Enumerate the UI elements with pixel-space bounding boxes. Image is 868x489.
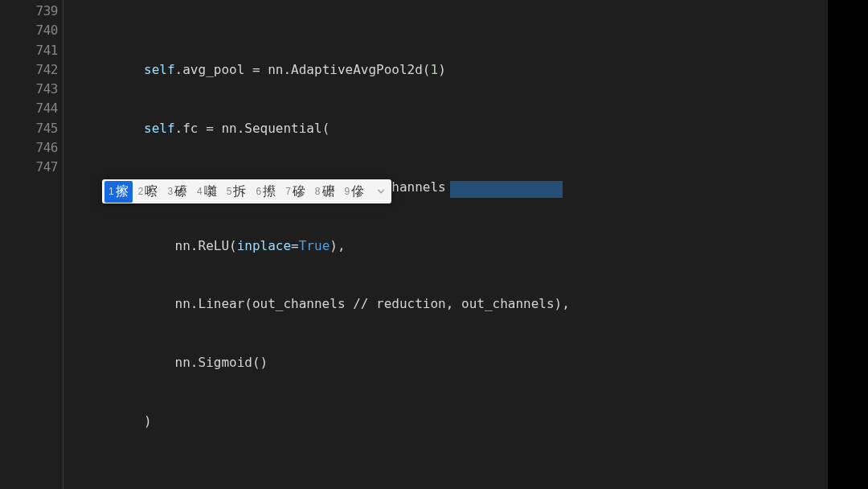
code-line[interactable]: ) [80,412,828,431]
code-line[interactable]: nn.Linear(out_channels // reduction, out… [80,294,828,314]
code-line[interactable]: nn.ReLU(inplace=True), [80,236,828,256]
code-line[interactable]: nn.Sigmoid() [80,353,828,372]
line-number: 740 [0,21,58,40]
ime-candidate[interactable]: 2嚓 [134,181,162,203]
ime-candidate[interactable]: 5拆 [223,181,251,203]
ime-candidate[interactable]: 6攃 [252,181,280,203]
line-number: 741 [0,41,58,60]
code-editor[interactable]: 739 740 741 742 743 744 745 746 747 self… [0,0,828,489]
selection-highlight [450,181,563,198]
ime-candidate[interactable]: 7磣 [281,181,309,203]
ime-candidate[interactable]: 9傪 [341,181,369,203]
line-number: 742 [0,60,58,80]
line-number: 739 [0,2,58,21]
chevron-down-icon[interactable] [375,186,387,197]
line-number-gutter: 739 740 741 742 743 744 745 746 747 [0,0,63,489]
ime-candidate[interactable]: 1擦 [104,181,133,203]
code-content[interactable]: self.avg_pool = nn.AdaptiveAvgPool2d(1) … [80,0,828,489]
ime-candidate[interactable]: 4囃 [193,181,221,203]
gutter-divider [63,0,80,489]
ime-candidate[interactable]: 8礳 [311,181,339,203]
line-number: 743 [0,80,58,99]
line-number: 745 [0,119,58,138]
line-number: 747 [0,158,58,177]
ime-candidate-popup[interactable]: 1擦 2嚓 3礤 4囃 5拆 6攃 7磣 8礳 9傪 [102,179,391,203]
code-line[interactable] [80,471,828,489]
ime-candidate[interactable]: 3礤 [163,181,191,203]
line-number: 744 [0,99,58,118]
line-number: 746 [0,138,58,158]
code-line[interactable]: self.avg_pool = nn.AdaptiveAvgPool2d(1) [80,60,828,80]
code-line[interactable]: self.fc = nn.Sequential( [80,119,828,138]
